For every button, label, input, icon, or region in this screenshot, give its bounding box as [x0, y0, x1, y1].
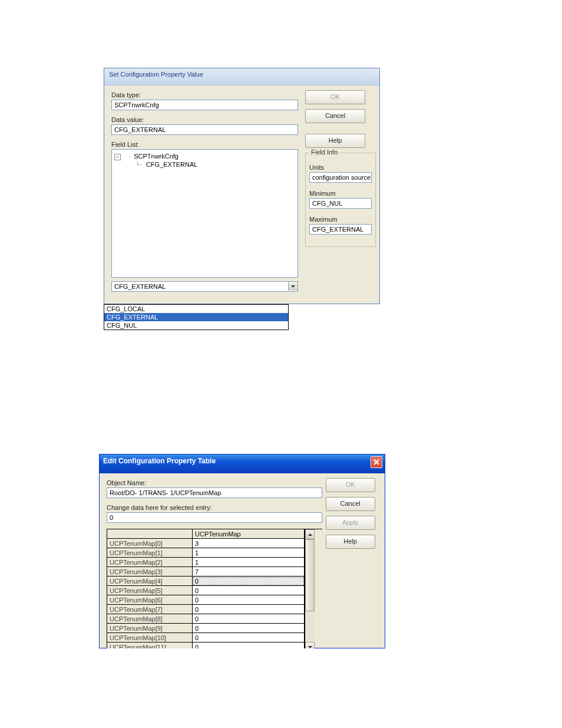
units-label: Units [309, 164, 372, 171]
dialog-title-text: Edit Configuration Property Table [103, 457, 216, 465]
row-header[interactable]: UCPTenumMap[10] [107, 633, 193, 643]
column-header[interactable]: UCPTenumMap [193, 529, 305, 539]
combobox-option[interactable]: CFG_NUL [104, 321, 288, 330]
close-button[interactable] [371, 456, 382, 468]
change-data-label: Change data here for selected entry: [107, 504, 322, 511]
combobox-listbox[interactable]: CFG_LOCALCFG_EXTERNALCFG_NUL [104, 304, 289, 330]
field-info-group: Field Info Units configuration source na… [305, 153, 376, 247]
row-header[interactable]: UCPTenumMap[9] [107, 624, 193, 633]
row-value-cell[interactable]: 1 [193, 558, 305, 567]
row-header[interactable]: UCPTenumMap[8] [107, 614, 193, 624]
table-row[interactable]: UCPTenumMap[9]0 [107, 624, 305, 633]
row-value-cell[interactable]: 0 [193, 643, 305, 649]
combobox-value: CFG_EXTERNAL [111, 281, 298, 292]
row-value-cell[interactable]: 0 [193, 633, 305, 643]
row-header-corner [107, 529, 193, 539]
units-field: configuration source na [309, 172, 372, 183]
field-list-label: Field List: [111, 141, 298, 148]
scrollbar-thumb[interactable] [305, 539, 315, 611]
dialog-title: Set Configuration Property Value [104, 68, 379, 85]
dialog-title: Edit Configuration Property Table [100, 454, 385, 473]
scrollbar-track[interactable] [305, 539, 315, 642]
row-header[interactable]: UCPTenumMap[1] [107, 548, 193, 558]
object-name-field: Root/DO- 1/TRANS- 1/UCPTenumMap [107, 487, 322, 498]
field-info-legend: Field Info [309, 149, 339, 156]
row-value-cell[interactable]: 0 [193, 577, 305, 586]
table-row[interactable]: UCPTenumMap[6]0 [107, 595, 305, 605]
table-row[interactable]: UCPTenumMap[5]0 [107, 586, 305, 595]
row-header[interactable]: UCPTenumMap[3] [107, 567, 193, 577]
row-value-cell[interactable]: 0 [193, 595, 305, 605]
chevron-up-icon [308, 533, 312, 536]
row-value-cell[interactable]: 1 [193, 548, 305, 558]
close-icon [373, 459, 379, 465]
row-header[interactable]: UCPTenumMap[6] [107, 595, 193, 605]
row-header[interactable]: UCPTenumMap[0] [107, 539, 193, 548]
maximum-label: Maximum [309, 216, 372, 223]
scroll-down-button[interactable] [305, 642, 315, 648]
cancel-button[interactable]: Cancel [305, 109, 365, 123]
tree-child[interactable]: └· CFG_EXTERNAL [114, 160, 295, 169]
collapse-icon[interactable]: − [114, 154, 121, 160]
row-header[interactable]: UCPTenumMap[5] [107, 586, 193, 595]
tree-branch-icon: └· [135, 161, 143, 168]
table-row[interactable]: UCPTenumMap[7]0 [107, 605, 305, 614]
help-button[interactable]: Help [326, 535, 375, 549]
table-row[interactable]: UCPTenumMap[10]0 [107, 633, 305, 643]
set-config-property-dialog: Set Configuration Property Value Data ty… [104, 68, 380, 304]
table-row[interactable]: UCPTenumMap[3]7 [107, 567, 305, 577]
table-row[interactable]: UCPTenumMap[4]0 [107, 577, 305, 586]
row-value-cell[interactable]: 0 [193, 586, 305, 595]
row-header[interactable]: UCPTenumMap[2] [107, 558, 193, 567]
field-list-tree[interactable]: − · SCPTnwrkCnfg └· CFG_EXTERNAL [111, 149, 298, 278]
change-data-input[interactable]: 0 [107, 512, 322, 523]
data-type-field: SCPTnwrkCnfg [111, 100, 298, 110]
value-combobox[interactable]: CFG_EXTERNAL [111, 281, 298, 292]
table-row[interactable]: UCPTenumMap[11]0 [107, 643, 305, 649]
row-header[interactable]: UCPTenumMap[11] [107, 643, 193, 649]
object-name-label: Object Name: [107, 479, 322, 486]
apply-button[interactable]: Apply [326, 516, 375, 530]
scroll-up-button[interactable] [305, 529, 315, 539]
chevron-down-icon [308, 646, 312, 648]
data-value-field: CFG_EXTERNAL [111, 124, 298, 135]
tree-dots-icon: · [128, 153, 131, 160]
data-type-label: Data type: [111, 91, 298, 98]
row-value-cell[interactable]: 3 [193, 539, 305, 548]
tree-child-label: CFG_EXTERNAL [146, 161, 197, 168]
help-button[interactable]: Help [305, 134, 365, 148]
enum-map-table: UCPTenumMap UCPTenumMap[0]3UCPTenumMap[1… [107, 529, 322, 648]
tree-root-label: SCPTnwrkCnfg [134, 153, 178, 160]
combobox-option[interactable]: CFG_EXTERNAL [104, 313, 288, 321]
table-vertical-scrollbar[interactable] [305, 529, 315, 648]
maximum-field: CFG_EXTERNAL [309, 224, 372, 235]
ok-button[interactable]: OK [305, 90, 365, 104]
data-value-label: Data value: [111, 116, 298, 123]
minimum-label: Minimum [309, 190, 372, 197]
chevron-down-icon [291, 285, 295, 288]
row-value-cell[interactable]: 0 [193, 605, 305, 614]
table-row[interactable]: UCPTenumMap[8]0 [107, 614, 305, 624]
minimum-field: CFG_NUL [309, 198, 372, 209]
table-row[interactable]: UCPTenumMap[1]1 [107, 548, 305, 558]
combobox-option[interactable]: CFG_LOCAL [104, 305, 288, 313]
edit-config-property-table-dialog: Edit Configuration Property Table Object… [99, 454, 385, 648]
cancel-button[interactable]: Cancel [326, 497, 375, 511]
tree-root[interactable]: − · SCPTnwrkCnfg [114, 152, 295, 160]
combobox-dropdown-button[interactable] [288, 282, 297, 291]
row-header[interactable]: UCPTenumMap[4] [107, 577, 193, 586]
row-value-cell[interactable]: 0 [193, 624, 305, 633]
ok-button[interactable]: OK [326, 478, 375, 492]
table-row[interactable]: UCPTenumMap[2]1 [107, 558, 305, 567]
row-value-cell[interactable]: 7 [193, 567, 305, 577]
table-row[interactable]: UCPTenumMap[0]3 [107, 539, 305, 548]
row-value-cell[interactable]: 0 [193, 614, 305, 624]
row-header[interactable]: UCPTenumMap[7] [107, 605, 193, 614]
